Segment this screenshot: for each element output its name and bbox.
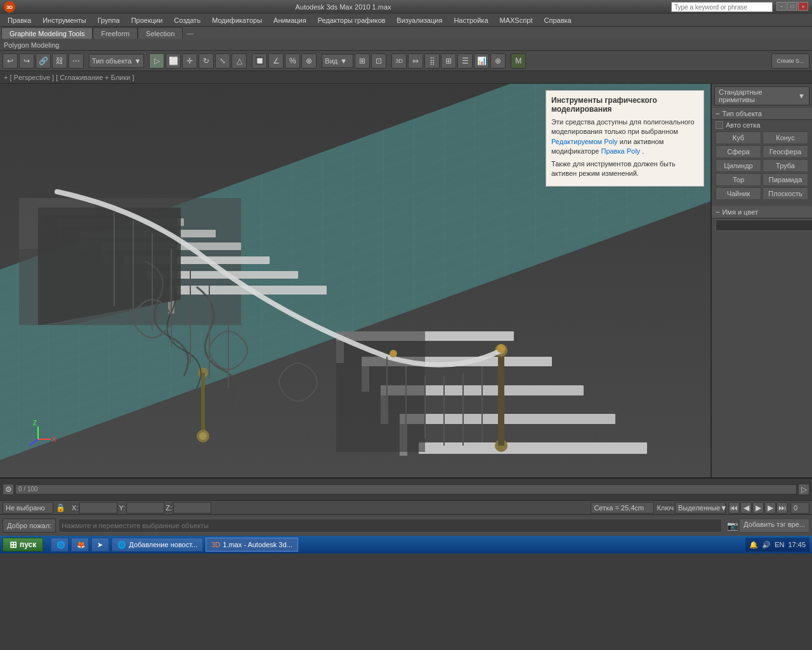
tool-track[interactable]: 📊 bbox=[474, 53, 489, 69]
taskbar-task-3dsmax[interactable]: 3D 1.max - Autodesk 3d... bbox=[206, 538, 298, 552]
btn-teapot[interactable]: Чайник bbox=[716, 187, 761, 200]
tool-layer[interactable]: ☰ bbox=[457, 53, 473, 69]
filter-dropdown[interactable]: Выделенные▼ bbox=[675, 502, 726, 514]
tool-array[interactable]: ⣿ bbox=[424, 53, 440, 69]
taskbar-btn-browser1[interactable]: 🌐 bbox=[51, 538, 69, 552]
btn-geosphere[interactable]: Геосфера bbox=[763, 145, 808, 158]
tool-align[interactable]: ⊞ bbox=[441, 53, 456, 69]
frame-number[interactable]: 0 bbox=[790, 502, 809, 514]
tool-create-shape[interactable]: Create S... bbox=[771, 53, 809, 69]
tool-percent-snap[interactable]: % bbox=[285, 53, 300, 69]
auto-sew-checkbox[interactable] bbox=[716, 121, 723, 129]
timeline-end-btn[interactable]: ▷ bbox=[798, 484, 809, 495]
btn-cylinder[interactable]: Цилиндр bbox=[716, 159, 761, 172]
tool-undo[interactable]: ↩ bbox=[3, 53, 18, 69]
command-hint[interactable] bbox=[58, 519, 722, 533]
object-name-input[interactable] bbox=[716, 220, 812, 231]
tab-freeform[interactable]: Freeform bbox=[93, 27, 138, 39]
btn-sphere[interactable]: Сфера bbox=[716, 145, 761, 158]
maximize-button[interactable]: □ bbox=[787, 2, 797, 11]
tool-unlink[interactable]: ⛓ bbox=[52, 53, 67, 69]
menu-maxscript[interactable]: MAXScript bbox=[495, 15, 538, 25]
tool-ref-coord[interactable]: ⊞ bbox=[355, 53, 370, 69]
minimize-button[interactable]: − bbox=[776, 2, 787, 11]
tool-mirror[interactable]: ⇔ bbox=[408, 53, 423, 69]
menu-pravka[interactable]: Правка bbox=[3, 15, 36, 25]
tool-schematic[interactable]: ⊕ bbox=[490, 53, 506, 69]
dropdown-arrow-icon: ▼ bbox=[798, 92, 805, 100]
menu-animatsiya[interactable]: Анимация bbox=[268, 15, 311, 25]
btn-pyramid[interactable]: Пирамида bbox=[763, 173, 808, 186]
info-panel-link1[interactable]: Редактируемом Poly bbox=[551, 138, 618, 145]
z-label: Z: bbox=[166, 504, 172, 512]
tool-move[interactable]: ✛ bbox=[182, 53, 197, 69]
view-dropdown[interactable]: Вид▼ bbox=[322, 54, 353, 68]
tab-selection[interactable]: Selection bbox=[138, 27, 183, 39]
btn-cone[interactable]: Конус bbox=[763, 131, 808, 144]
menu-spravka[interactable]: Справка bbox=[539, 15, 577, 25]
tool-angle-snap[interactable]: ∠ bbox=[268, 53, 284, 69]
btn-tor[interactable]: Тор bbox=[716, 173, 761, 186]
close-button[interactable]: × bbox=[798, 2, 808, 11]
play-start-btn[interactable]: ⏮ bbox=[728, 502, 740, 514]
title-bar: 3D Autodesk 3ds Max 2010 1.max − □ × bbox=[0, 0, 812, 14]
viewport-label-text: + [ Perspective ] [ Сглаживание + Блики … bbox=[4, 74, 134, 81]
tool-bind[interactable]: ⋯ bbox=[69, 53, 84, 69]
tray-icon1: 🔔 bbox=[749, 541, 758, 549]
menu-redaktory[interactable]: Редакторы графиков bbox=[313, 15, 391, 25]
name-color-section-header[interactable]: − Имя и цвет bbox=[712, 206, 812, 218]
svg-text:X: X bbox=[52, 436, 56, 443]
taskbar-btn-arrow[interactable]: ➤ bbox=[91, 538, 109, 552]
svg-rect-31 bbox=[201, 373, 205, 436]
add-tag-btn[interactable]: Добавить тэг вре... bbox=[739, 519, 809, 533]
btn-tube[interactable]: Труба bbox=[763, 159, 808, 172]
tool-region-select[interactable]: ⬜ bbox=[166, 53, 181, 69]
prev-frame-btn[interactable]: ◀ bbox=[740, 502, 752, 514]
object-type-dropdown[interactable]: Стандартные примитивы ▼ bbox=[714, 86, 809, 105]
tool-pivot[interactable]: ⊡ bbox=[371, 53, 386, 69]
polygon-modeling-bar: Polygon Modeling bbox=[0, 39, 812, 51]
play-end-btn[interactable]: ⏭ bbox=[776, 502, 788, 514]
menu-instrumenty[interactable]: Инструменты bbox=[37, 15, 91, 25]
start-button[interactable]: ⊞ пуск bbox=[3, 538, 43, 552]
tool-3d[interactable]: 3D bbox=[391, 53, 407, 69]
menu-gruppa[interactable]: Группа bbox=[93, 15, 125, 25]
tool-snap[interactable]: 🔲 bbox=[252, 53, 267, 69]
tab-graphite[interactable]: Graphite Modeling Tools bbox=[1, 27, 93, 39]
btn-cube[interactable]: Куб bbox=[716, 131, 761, 144]
viewport-3d[interactable]: X Z Инструменты графического моделирован… bbox=[0, 84, 710, 477]
tool-material[interactable]: M bbox=[511, 53, 526, 69]
selection-filter-dropdown[interactable]: Тип объекта ▼ bbox=[89, 54, 144, 68]
menu-proektsii[interactable]: Проекции bbox=[126, 15, 168, 25]
btn-plane[interactable]: Плоскость bbox=[763, 187, 808, 200]
tool-link[interactable]: 🔗 bbox=[36, 53, 51, 69]
tool-spinner-snap[interactable]: ⊕ bbox=[301, 53, 317, 69]
ie-icon: 🌐 bbox=[117, 541, 126, 549]
play-btn[interactable]: ▶ bbox=[752, 502, 764, 514]
menu-sozdat[interactable]: Создать bbox=[169, 15, 206, 25]
tool-scale-type[interactable]: △ bbox=[232, 53, 247, 69]
menu-vizualizatsiya[interactable]: Визуализация bbox=[391, 15, 447, 25]
window-title: Autodesk 3ds Max 2010 1.max bbox=[15, 3, 671, 11]
taskbar-task-news[interactable]: 🌐 Добавление новост... bbox=[112, 538, 203, 552]
y-value[interactable] bbox=[126, 502, 164, 514]
z-value[interactable] bbox=[173, 502, 211, 514]
type-section-header[interactable]: − Тип объекта bbox=[712, 108, 812, 120]
info-panel-link2[interactable]: Правка Poly bbox=[601, 147, 640, 155]
search-input[interactable] bbox=[671, 2, 773, 12]
timeline-options-btn[interactable]: ⚙ bbox=[3, 484, 14, 495]
x-value[interactable] bbox=[79, 502, 117, 514]
collapse-icon: − bbox=[716, 110, 719, 117]
timeline-bar[interactable]: 0 / 100 bbox=[15, 484, 797, 494]
tool-rotate[interactable]: ↻ bbox=[199, 53, 214, 69]
timeline-position: 0 / 100 bbox=[18, 486, 38, 493]
tool-redo[interactable]: ↪ bbox=[19, 53, 34, 69]
taskbar-btn-browser2[interactable]: 🦊 bbox=[71, 538, 89, 552]
next-frame-btn[interactable]: ▶ bbox=[764, 502, 776, 514]
menu-modifikatory[interactable]: Модификаторы bbox=[207, 15, 267, 25]
tool-select[interactable]: ▷ bbox=[149, 53, 164, 69]
tool-scale[interactable]: ⤡ bbox=[215, 53, 230, 69]
svg-point-54 bbox=[391, 351, 396, 356]
menu-nastroyka[interactable]: Настройка bbox=[449, 15, 493, 25]
system-tray: 🔔 🔊 EN 17:45 bbox=[745, 538, 809, 552]
